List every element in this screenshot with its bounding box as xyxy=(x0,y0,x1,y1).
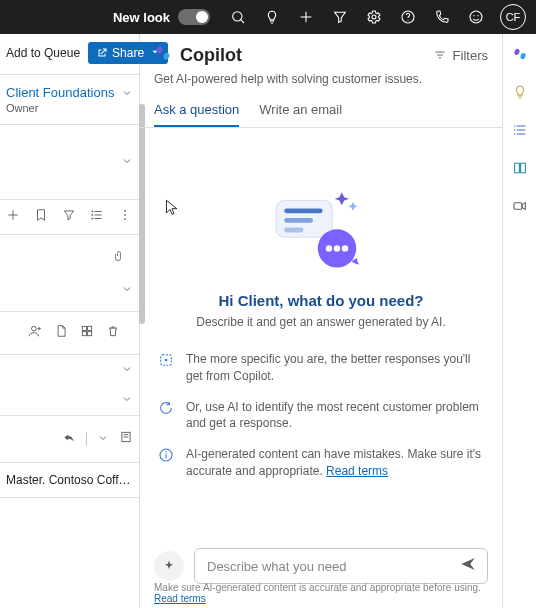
chevron-down-icon[interactable] xyxy=(121,391,133,409)
svg-point-18 xyxy=(124,210,126,212)
search-icon[interactable] xyxy=(228,7,248,27)
svg-point-7 xyxy=(470,11,482,23)
svg-point-6 xyxy=(407,20,408,21)
breadcrumb[interactable]: Master. Contoso Coffe... xyxy=(0,463,139,498)
book-rail-icon[interactable] xyxy=(510,158,530,178)
tip-specific: The more specific you are, the better re… xyxy=(158,351,484,385)
svg-rect-27 xyxy=(88,332,92,336)
grid-icon[interactable] xyxy=(80,324,94,342)
attachment-indicator xyxy=(0,235,139,269)
reply-toolbar xyxy=(0,416,139,463)
svg-point-19 xyxy=(124,214,126,216)
list-toolbar xyxy=(0,200,139,235)
svg-point-17 xyxy=(92,218,93,219)
svg-point-9 xyxy=(477,15,478,16)
svg-line-1 xyxy=(241,20,244,23)
svg-point-51 xyxy=(514,129,515,130)
svg-point-16 xyxy=(92,214,93,215)
phone-icon[interactable] xyxy=(432,7,452,27)
svg-point-15 xyxy=(92,211,93,212)
collapsed-section xyxy=(0,125,139,200)
copilot-title: Copilot xyxy=(180,45,242,66)
document-icon[interactable] xyxy=(54,324,68,342)
lightbulb-rail-icon[interactable] xyxy=(510,82,530,102)
svg-point-0 xyxy=(233,12,242,21)
chevron-down-icon[interactable] xyxy=(121,281,133,299)
tip-text: The more specific you are, the better re… xyxy=(186,351,484,385)
target-icon xyxy=(158,352,174,372)
tip-text: Or, use AI to identify the most recent c… xyxy=(186,399,484,433)
send-icon[interactable] xyxy=(459,555,477,577)
tip-disclaimer: AI-generated content can have mistakes. … xyxy=(158,446,484,480)
svg-rect-26 xyxy=(82,332,86,336)
svg-point-40 xyxy=(334,245,340,251)
svg-point-8 xyxy=(473,15,474,16)
prompt-input-wrap[interactable] xyxy=(194,548,488,584)
list-icon[interactable] xyxy=(90,208,104,226)
owner-link[interactable]: Client Foundations xyxy=(6,85,114,100)
filter-icon[interactable] xyxy=(330,7,350,27)
svg-rect-25 xyxy=(88,326,92,330)
footer-read-terms-link[interactable]: Read terms xyxy=(154,593,206,604)
plus-icon[interactable] xyxy=(296,7,316,27)
lightbulb-icon[interactable] xyxy=(262,7,282,27)
chevron-down-icon[interactable] xyxy=(121,85,133,103)
collapsed-section xyxy=(0,269,139,312)
svg-rect-36 xyxy=(284,218,313,223)
svg-rect-54 xyxy=(514,203,522,210)
video-rail-icon[interactable] xyxy=(510,196,530,216)
plus-icon[interactable] xyxy=(6,208,20,226)
reply-icon[interactable] xyxy=(62,430,76,448)
record-actions xyxy=(0,312,139,355)
filter-lines-icon xyxy=(433,48,447,62)
new-look-label: New look xyxy=(113,10,170,25)
left-panel: Add to Queue Share Client Foundations Ow… xyxy=(0,34,140,608)
svg-point-41 xyxy=(342,245,348,251)
app-topbar: New look CF xyxy=(0,0,536,34)
copilot-subtitle: Get AI-powered help with solving custome… xyxy=(140,70,502,96)
toggle-switch-icon[interactable] xyxy=(178,9,210,25)
assign-icon[interactable] xyxy=(28,324,42,342)
prompt-input[interactable] xyxy=(205,558,459,575)
svg-rect-37 xyxy=(284,228,303,233)
add-to-queue-button[interactable]: Add to Queue xyxy=(6,46,80,60)
help-icon[interactable] xyxy=(398,7,418,27)
tab-ask-question[interactable]: Ask a question xyxy=(154,96,239,127)
svg-rect-24 xyxy=(82,326,86,330)
chevron-down-icon[interactable] xyxy=(97,430,109,448)
list-rail-icon[interactable] xyxy=(510,120,530,140)
owner-role: Owner xyxy=(6,102,114,114)
hero-illustration xyxy=(154,138,488,292)
new-look-toggle[interactable]: New look xyxy=(113,9,210,25)
delete-icon[interactable] xyxy=(106,324,120,342)
tip-identify: Or, use AI to identify the most recent c… xyxy=(158,399,484,433)
copilot-footer: Make sure AI-generated content is accura… xyxy=(154,582,488,604)
svg-point-52 xyxy=(514,133,515,134)
refresh-icon xyxy=(158,400,174,420)
note-icon[interactable] xyxy=(119,430,133,448)
tip-text: AI-generated content can have mistakes. … xyxy=(186,446,484,480)
svg-point-21 xyxy=(32,326,37,331)
read-terms-link[interactable]: Read terms xyxy=(326,464,388,478)
svg-point-50 xyxy=(514,125,515,126)
svg-point-4 xyxy=(372,15,376,19)
sparkle-button[interactable] xyxy=(154,551,184,581)
filter-icon[interactable] xyxy=(62,208,76,226)
copilot-rail-icon[interactable] xyxy=(510,44,530,64)
svg-point-43 xyxy=(165,359,168,362)
gear-icon[interactable] xyxy=(364,7,384,27)
info-icon xyxy=(158,447,174,467)
paperclip-icon xyxy=(113,249,125,263)
more-icon[interactable] xyxy=(118,208,132,226)
user-avatar[interactable]: CF xyxy=(500,4,526,30)
greeting-heading: Hi Client, what do you need? xyxy=(154,292,488,309)
filters-button[interactable]: Filters xyxy=(433,48,488,63)
chevron-down-icon[interactable] xyxy=(121,153,133,171)
svg-point-46 xyxy=(165,451,166,452)
bookmark-icon[interactable] xyxy=(34,208,48,226)
chevron-down-icon[interactable] xyxy=(121,361,133,379)
copilot-tabs: Ask a question Write an email xyxy=(140,96,502,128)
tab-write-email[interactable]: Write an email xyxy=(259,96,342,127)
emoji-icon[interactable] xyxy=(466,7,486,27)
greeting-sub: Describe it and get an answer generated … xyxy=(154,315,488,329)
